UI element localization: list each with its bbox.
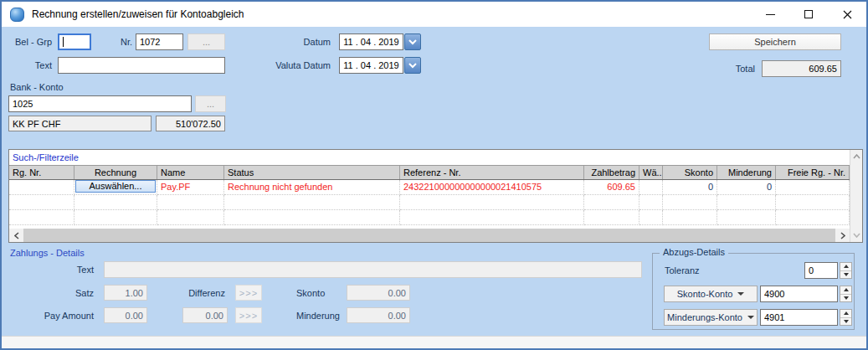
table-row[interactable]: Auswählen... Pay.PF Rechnung nicht gefun… [9,180,850,195]
spinner-down-icon [844,273,849,276]
total-label: Total [720,64,755,74]
cell-referenz-nr[interactable]: 243221000000000000021410575 [400,180,584,195]
table-row-empty [9,195,850,210]
minderungs-konto-input[interactable] [760,309,838,326]
pay-amount-input [104,307,147,323]
spinner-up-icon [844,311,849,315]
differenz-transfer-button: >>> [235,285,262,301]
minderung-transfer-button: >>> [235,307,262,323]
skonto-label: Skonto [296,288,325,298]
col-skonto[interactable]: Skonto [663,166,717,179]
bank-saldo [156,116,225,131]
dropdown-arrow-icon [737,292,744,296]
app-icon [10,8,24,22]
col-waehrung[interactable]: Wä.. [639,166,663,179]
skonto-konto-spinner[interactable] [840,286,852,302]
cell-waehrung[interactable] [639,180,663,195]
horizontal-scroll-thumb[interactable] [23,229,835,242]
scroll-down-button[interactable] [850,229,862,242]
close-button[interactable] [828,2,866,27]
abzugs-details-group: Abzugs-Details Toleranz Skonto-Konto Min… [652,253,855,330]
toleranz-input[interactable] [804,262,838,279]
col-status[interactable]: Status [224,166,400,179]
skonto-konto-dropdown[interactable]: Skonto-Konto [664,286,758,302]
pay-amount-label: Pay Amount [27,311,94,321]
filter-row[interactable]: Such-/Filterzeile [9,150,850,165]
minderungs-konto-label: Minderungs-Konto [667,312,742,322]
text-label: Text [10,60,52,70]
toleranz-label: Toleranz [665,265,700,275]
col-minderung[interactable]: Minderung [717,166,776,179]
cell-skonto[interactable]: 0 [663,180,717,195]
maximize-icon [804,10,813,18]
speichern-button[interactable]: Speichern [709,33,841,50]
datum-input[interactable] [339,33,403,50]
zahlungs-details-title: Zahlungs - Details [10,248,85,258]
maximize-button[interactable] [789,2,828,27]
status-strip [2,336,866,348]
abzugs-details-title: Abzugs-Details [660,247,728,257]
bank-browse-button[interactable]: ... [195,95,226,112]
beleg-browse-button[interactable]: ... [187,33,225,50]
text-input[interactable] [58,57,225,74]
chevron-down-icon [408,39,417,45]
cell-minderung[interactable]: 0 [717,180,776,195]
col-rg-nr[interactable]: Rg. Nr. [9,166,74,179]
minderung-label: Minderung [296,311,340,321]
chevron-up-icon [853,154,860,159]
minderungs-konto-spinner[interactable] [840,309,852,326]
minderung-input [347,307,410,323]
nr-label: Nr. [109,37,132,47]
col-referenz-nr[interactable]: Referenz - Nr. [400,166,584,179]
toleranz-spinner[interactable] [840,262,852,279]
satz-input [104,285,147,301]
window-title: Rechnung erstellen/zuweisen für Kontoabg… [32,8,244,20]
bank-konto-label: Bank - Konto [10,82,64,92]
satz-label: Satz [27,288,94,298]
minimize-button[interactable] [751,2,789,27]
total-value [762,60,841,77]
skonto-konto-input[interactable] [760,286,838,302]
cell-rg-nr[interactable] [9,180,74,195]
chevron-left-icon [14,232,19,239]
col-name[interactable]: Name [157,166,224,179]
text-cursor [63,37,64,47]
datum-label: Datum [278,37,331,47]
spinner-up-icon [844,265,849,268]
differenz-input [182,307,228,323]
bank-konto-input[interactable] [8,95,192,112]
invoice-grid: Such-/Filterzeile Rg. Nr. Rechnung Name … [8,149,863,243]
minderungs-konto-dropdown[interactable]: Minderungs-Konto [664,309,758,326]
col-zahlbetrag[interactable]: Zahlbetrag [584,166,639,179]
valuta-dropdown-button[interactable] [404,57,421,74]
cell-freie-rg-nr[interactable] [776,180,850,195]
scroll-left-button[interactable] [9,229,23,242]
dialog-body: Bel - Grp Nr. ... Datum Speichern Text V… [2,27,866,348]
zahlung-text-label: Text [27,265,94,275]
minimize-icon [766,14,775,15]
cell-zahlbetrag[interactable]: 609.65 [584,180,639,195]
scroll-up-button[interactable] [850,150,862,163]
valuta-datum-input[interactable] [339,57,403,74]
datum-dropdown-button[interactable] [404,33,421,50]
differenz-label: Differenz [165,288,225,298]
col-freie-rg-nr[interactable]: Freie Rg. - Nr. [776,166,850,179]
spinner-down-icon [844,320,849,323]
dialog-window: Rechnung erstellen/zuweisen für Kontoabg… [0,0,868,350]
close-icon [843,10,852,19]
table-row-empty [9,210,850,225]
cell-name[interactable]: Pay.PF [157,180,224,195]
bank-konto-name [8,116,152,131]
spinner-down-icon [844,296,849,300]
horizontal-scrollbar[interactable] [9,229,850,242]
vertical-scrollbar[interactable] [850,150,862,242]
title-bar: Rechnung erstellen/zuweisen für Kontoabg… [2,2,866,27]
skonto-konto-label: Skonto-Konto [677,289,733,299]
skonto-input [347,285,410,301]
auswaehlen-button[interactable]: Auswählen... [75,180,156,193]
scroll-right-button[interactable] [835,229,850,242]
cell-rechnung[interactable]: Auswählen... [74,180,157,195]
nr-input[interactable] [136,33,183,50]
cell-status[interactable]: Rechnung nicht gefunden [224,180,400,195]
col-rechnung[interactable]: Rechnung [74,166,157,179]
